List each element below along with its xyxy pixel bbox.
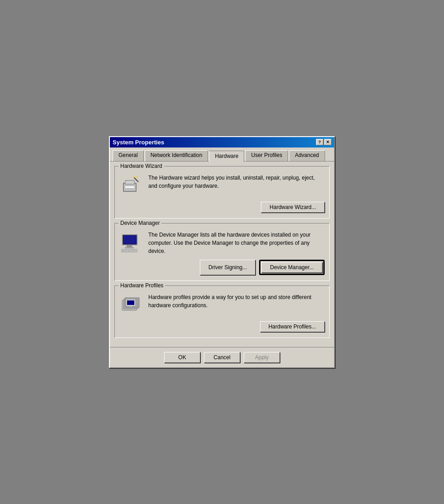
hardware-profiles-group-title: Hardware Profiles [118,282,165,289]
title-bar: System Properties ? ✕ [110,137,334,147]
tab-network-identification[interactable]: Network Identification [145,150,208,162]
hardware-profiles-button[interactable]: Hardware Profiles... [260,321,325,332]
device-manager-button-wrapper: Device Manager... [259,260,325,275]
svg-text:✦: ✦ [136,175,139,179]
hardware-profiles-content: Hardware profiles provide a way for you … [119,293,325,317]
close-button[interactable]: ✕ [324,139,331,145]
hardware-profiles-actions: Hardware Profiles... [119,321,325,332]
hardware-profiles-group: Hardware Profiles Hardware profi [114,285,330,338]
hardware-wizard-button[interactable]: Hardware Wizard... [261,202,325,213]
content-area: Hardware Wizard [110,161,334,347]
svg-rect-10 [123,236,136,244]
hardware-wizard-icon: ✦ [119,174,143,197]
hardware-wizard-content: ✦ The Hardware wizard helps you install,… [119,174,325,197]
hardware-wizard-group-title: Hardware Wizard [118,163,164,169]
hardware-wizard-description: The Hardware wizard helps you install, u… [148,174,325,190]
tab-hardware[interactable]: Hardware [209,151,244,162]
svg-rect-3 [126,181,134,184]
driver-signing-button[interactable]: Driver Signing... [200,260,255,275]
device-manager-content: The Device Manager lists all the hardwar… [119,231,325,255]
device-manager-icon [119,231,143,254]
device-manager-button[interactable]: Device Manager... [261,262,322,273]
title-bar-buttons: ? ✕ [316,139,331,145]
svg-rect-25 [129,306,132,307]
device-manager-group-title: Device Manager [118,220,161,226]
svg-rect-17 [128,250,130,251]
window-title: System Properties [113,139,164,146]
system-properties-dialog: System Properties ? ✕ General Network Id… [109,136,335,368]
tab-bar: General Network Identification Hardware … [110,147,334,162]
svg-rect-15 [123,250,124,251]
apply-button[interactable]: Apply [244,352,280,363]
device-manager-group: Device Manager [114,223,330,281]
tab-advanced[interactable]: Advanced [289,150,325,162]
tab-user-profiles[interactable]: User Profiles [245,150,288,162]
ok-button[interactable]: OK [164,352,200,363]
svg-rect-16 [125,250,127,251]
svg-rect-18 [131,250,132,251]
hardware-profiles-icon [119,293,143,317]
device-manager-actions: Driver Signing... Device Manager... [119,260,325,275]
hardware-wizard-group: Hardware Wizard [114,166,330,219]
svg-rect-24 [127,300,134,305]
tab-general[interactable]: General [113,150,144,162]
cancel-button[interactable]: Cancel [204,352,240,363]
svg-rect-12 [125,247,134,248]
hardware-wizard-actions: Hardware Wizard... [119,202,325,213]
footer-buttons: OK Cancel Apply [110,347,334,367]
hardware-profiles-description: Hardware profiles provide a way for you … [148,293,325,309]
svg-rect-4 [125,186,134,188]
device-manager-description: The Device Manager lists all the hardwar… [148,231,325,255]
svg-rect-19 [133,250,135,251]
help-button[interactable]: ? [316,139,323,145]
svg-rect-11 [127,245,132,247]
